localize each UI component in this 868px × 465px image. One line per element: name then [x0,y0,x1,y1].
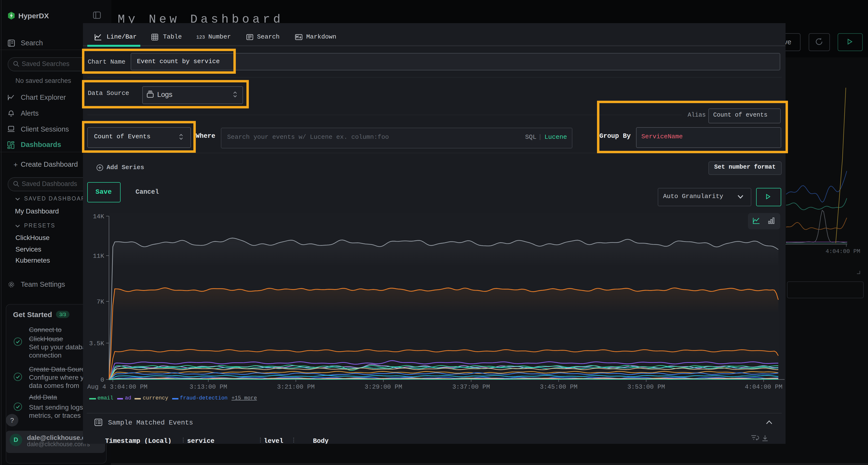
svg-text:3:45:00 PM: 3:45:00 PM [540,383,578,391]
svg-text:Aug 4 3:04:00 PM: Aug 4 3:04:00 PM [87,383,148,391]
svg-text:14K: 14K [93,213,104,220]
svg-text:7K: 7K [97,298,104,305]
svg-text:3:13:00 PM: 3:13:00 PM [189,383,227,391]
svg-text:3:37:00 PM: 3:37:00 PM [452,383,490,391]
svg-text:3:21:00 PM: 3:21:00 PM [277,383,315,391]
svg-text:4:04:00 PM: 4:04:00 PM [745,383,782,391]
svg-text:11K: 11K [93,253,104,260]
svg-text:0: 0 [100,376,104,384]
svg-text:3:29:00 PM: 3:29:00 PM [365,383,402,391]
svg-text:3:53:00 PM: 3:53:00 PM [627,383,665,391]
svg-text:3.5K: 3.5K [89,340,104,347]
